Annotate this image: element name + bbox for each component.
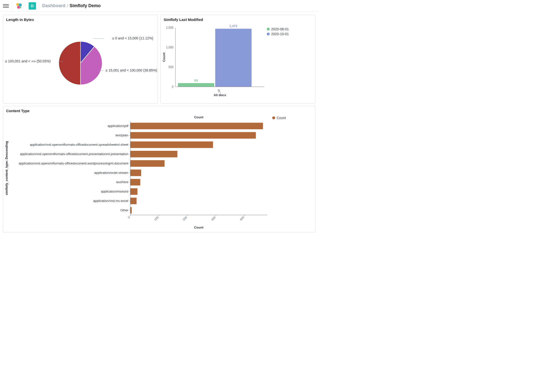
svg-rect-43: [130, 198, 136, 204]
svg-text:1,472: 1,472: [229, 24, 238, 28]
dashboard-grid: Length in Bytes ≥ 0 and < 15,000 (11.12%…: [0, 12, 318, 235]
pie-slice-label: ≥ 15,001 and < 100,000 (38.85%): [106, 68, 157, 72]
svg-text:simflofy_content_type: Descend: simflofy_content_type: Descending: [5, 141, 8, 195]
svg-rect-40: [130, 188, 137, 195]
menu-icon[interactable]: [3, 3, 9, 9]
divider: [39, 2, 39, 9]
svg-text:1,000: 1,000: [166, 46, 173, 49]
svg-rect-22: [130, 132, 256, 139]
svg-rect-19: [130, 123, 263, 129]
svg-text:application/vnd.openxmlformats: application/vnd.openxmlformats-officedoc…: [19, 161, 129, 165]
svg-text:300: 300: [210, 215, 216, 221]
legend-item[interactable]: Count: [272, 116, 286, 120]
legend-label: 2020-06-01: [271, 27, 289, 31]
topbar: D Dashboard / Simflofy Demo: [0, 0, 318, 12]
bar-chart[interactable]: 05001,0001,500Count931,472_allAll docs 2…: [161, 23, 315, 103]
svg-text:text/plain: text/plain: [115, 133, 128, 137]
legend-item[interactable]: 2020-10-01: [267, 32, 289, 36]
legend-item[interactable]: 2020-06-01: [267, 27, 289, 31]
svg-text:Other: Other: [120, 208, 128, 212]
legend-dot-icon: [267, 28, 270, 31]
space-initial: D: [31, 4, 34, 8]
svg-rect-46: [130, 207, 132, 214]
legend-dot-icon: [272, 116, 275, 119]
svg-point-3: [19, 6, 21, 8]
divider: [25, 2, 26, 9]
pie-svg: [58, 41, 103, 85]
legend-label: 2020-10-01: [271, 32, 289, 36]
svg-text:0: 0: [127, 215, 131, 219]
panel-title: Simflofy Last Modified: [161, 15, 315, 23]
space-selector[interactable]: D: [29, 2, 36, 10]
pie-chart[interactable]: ≥ 0 and < 15,000 (11.12%) ≥ 15,001 and <…: [3, 23, 158, 103]
svg-text:0: 0: [172, 85, 173, 89]
pie-leader-line: [94, 38, 103, 39]
breadcrumb-separator: /: [67, 3, 68, 8]
breadcrumb-root[interactable]: Dashboard: [42, 3, 65, 8]
svg-point-0: [16, 3, 19, 6]
legend: Count: [272, 114, 289, 232]
divider: [12, 2, 12, 9]
svg-text:application/vnd.openxmlformats: application/vnd.openxmlformats-officedoc…: [20, 152, 128, 156]
panel-title: Content Type: [3, 106, 315, 114]
svg-rect-11: [215, 29, 251, 87]
svg-text:application/msword: application/msword: [101, 190, 128, 193]
svg-text:application/vnd.openxmlformats: application/vnd.openxmlformats-officedoc…: [30, 143, 129, 146]
svg-text:400: 400: [239, 215, 245, 221]
svg-text:Count: Count: [194, 226, 204, 229]
pie-leader-line: [58, 61, 63, 62]
svg-text:text/html: text/html: [116, 180, 128, 184]
svg-rect-25: [130, 142, 213, 148]
pie-leader-line: [98, 71, 103, 71]
svg-text:Count: Count: [194, 115, 204, 119]
bar-svg: 05001,0001,500Count931,472_allAll docs: [161, 23, 267, 102]
svg-text:100: 100: [153, 215, 159, 221]
svg-rect-9: [178, 83, 214, 87]
svg-rect-37: [130, 179, 140, 186]
svg-text:1,500: 1,500: [166, 26, 173, 29]
svg-text:500: 500: [169, 65, 173, 69]
svg-text:Count: Count: [162, 53, 166, 62]
svg-text:200: 200: [182, 215, 188, 221]
hbar-svg: Countsimflofy_content_type: Descendingap…: [3, 114, 272, 232]
panel-length-in-bytes: Length in Bytes ≥ 0 and < 15,000 (11.12%…: [3, 15, 158, 104]
svg-rect-28: [130, 151, 177, 158]
legend: 2020-06-01 2020-10-01: [267, 23, 291, 103]
breadcrumb-current: Simflofy Demo: [70, 3, 101, 8]
svg-text:All docs: All docs: [214, 93, 226, 97]
hbar-chart[interactable]: Countsimflofy_content_type: Descendingap…: [3, 114, 315, 232]
panel-title: Length in Bytes: [3, 15, 158, 23]
svg-rect-34: [130, 170, 141, 176]
breadcrumb: Dashboard / Simflofy Demo: [42, 3, 101, 8]
svg-text:application/octet-stream: application/octet-stream: [94, 171, 128, 175]
svg-rect-31: [130, 160, 165, 167]
legend-label: Count: [277, 116, 286, 120]
panel-content-type: Content Type Countsimflofy_content_type:…: [3, 106, 315, 232]
svg-text:93: 93: [194, 79, 198, 82]
elastic-logo-icon[interactable]: [15, 2, 22, 10]
svg-text:application/pdf: application/pdf: [108, 124, 128, 128]
pie-slice-label: ≥ 100,001 and < +∞ (50.03%): [5, 59, 51, 63]
legend-dot-icon: [267, 33, 270, 36]
panel-last-modified: Simflofy Last Modified 05001,0001,500Cou…: [160, 15, 315, 104]
pie-slice-label: ≥ 0 and < 15,000 (11.12%): [112, 36, 153, 40]
svg-text:application/vnd.ms-excel: application/vnd.ms-excel: [93, 199, 128, 203]
